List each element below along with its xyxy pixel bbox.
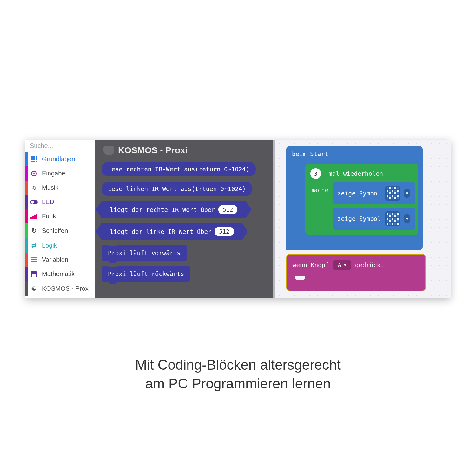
category-musik[interactable]: ♫ Musik bbox=[25, 181, 95, 195]
block-label: wenn Knopf bbox=[293, 261, 329, 268]
on-start-block[interactable]: beim Start 3 -mal wiederholen mache zeig… bbox=[286, 146, 423, 250]
category-mathematik[interactable]: Mathematik bbox=[25, 267, 95, 281]
robot-icon: ☯ bbox=[30, 285, 38, 292]
palette-title: KOSMOS - Proxi bbox=[118, 145, 188, 155]
headphones-icon: ♫ bbox=[30, 184, 38, 191]
block-label: liegt der linke IR-Wert über bbox=[110, 228, 211, 235]
robot-icon bbox=[103, 146, 114, 155]
block-cond-right-ir[interactable]: liegt der rechte IR-Wert über 512 bbox=[102, 201, 246, 218]
shuffle-icon: ⇄ bbox=[30, 241, 38, 249]
signal-bars-icon bbox=[30, 214, 38, 219]
category-label: KOSMOS - Proxi bbox=[42, 285, 90, 292]
led-pattern-icon bbox=[385, 211, 400, 226]
category-label: Variablen bbox=[42, 256, 68, 263]
block-label: zeige Symbol bbox=[337, 190, 381, 197]
category-label: Schleifen bbox=[42, 227, 68, 235]
button-value: A bbox=[338, 261, 341, 268]
block-label: beim Start bbox=[292, 150, 328, 157]
category-led[interactable]: LED bbox=[25, 195, 95, 209]
block-label: gedrückt bbox=[355, 261, 384, 268]
loop-count-input[interactable]: 3 bbox=[310, 168, 321, 179]
block-proxi-forward[interactable]: Proxi läuft vorwärts bbox=[102, 245, 187, 261]
block-cond-left-ir[interactable]: liegt der linke IR-Wert über 512 bbox=[102, 223, 242, 240]
show-symbol-block[interactable]: zeige Symbol ▼ bbox=[333, 208, 415, 230]
category-label: Eingabe bbox=[42, 170, 65, 177]
on-start-header: beim Start bbox=[286, 146, 423, 164]
block-proxi-backward[interactable]: Proxi läuft rückwärts bbox=[102, 266, 190, 282]
chevron-down-icon: ▼ bbox=[344, 263, 346, 267]
target-icon bbox=[30, 171, 38, 176]
block-palette: KOSMOS - Proxi Lese rechten IR-Wert aus(… bbox=[95, 140, 273, 298]
threshold-value[interactable]: 512 bbox=[215, 227, 234, 236]
category-kosmos-proxi[interactable]: ☯ KOSMOS - Proxi bbox=[25, 281, 95, 296]
block-label: Lese rechten IR-Wert aus(return 0~1024) bbox=[108, 166, 249, 173]
category-sidebar: ⌕ Grundlagen Eingabe ♫ Musik LED Funk ↻ … bbox=[25, 140, 95, 298]
loop-do-label: mache bbox=[310, 182, 328, 230]
block-label: liegt der rechte IR-Wert über bbox=[110, 206, 215, 213]
category-schleifen[interactable]: ↻ Schleifen bbox=[25, 223, 95, 238]
toggle-icon bbox=[30, 200, 38, 204]
block-label: Lese linken IR-Wert aus(trtuen 0~1024) bbox=[108, 185, 246, 192]
marketing-caption: Mit Coding-Blöcken altersgerecht am PC P… bbox=[0, 355, 476, 393]
on-start-body: 3 -mal wiederholen mache zeige Symbol bbox=[286, 164, 423, 250]
category-label: Logik bbox=[42, 242, 57, 249]
editor-screenshot: ⌕ Grundlagen Eingabe ♫ Musik LED Funk ↻ … bbox=[25, 140, 451, 298]
block-read-left-ir[interactable]: Lese linken IR-Wert aus(trtuen 0~1024) bbox=[102, 182, 252, 196]
palette-header: KOSMOS - Proxi bbox=[102, 143, 267, 157]
block-label: -mal wiederholen bbox=[325, 170, 383, 177]
category-label: Mathematik bbox=[42, 270, 75, 278]
refresh-icon: ↻ bbox=[30, 227, 38, 235]
caption-line: am PC Programmieren lernen bbox=[0, 374, 476, 393]
chevron-down-icon[interactable]: ▼ bbox=[404, 214, 409, 223]
block-label: zeige Symbol bbox=[337, 215, 381, 222]
category-label: Funk bbox=[42, 213, 56, 220]
category-label: Musik bbox=[42, 184, 58, 191]
category-label: LED bbox=[42, 198, 54, 206]
list-icon bbox=[30, 257, 38, 262]
chevron-down-icon[interactable]: ▼ bbox=[404, 189, 409, 198]
calculator-icon bbox=[30, 271, 38, 277]
block-label: Proxi läuft rückwärts bbox=[108, 270, 184, 277]
grid-icon bbox=[30, 156, 38, 162]
repeat-loop-block[interactable]: 3 -mal wiederholen mache zeige Symbol bbox=[305, 164, 418, 235]
led-pattern-icon bbox=[385, 186, 400, 201]
show-symbol-block[interactable]: zeige Symbol ▼ bbox=[333, 182, 415, 204]
category-eingabe[interactable]: Eingabe bbox=[25, 166, 95, 181]
button-select[interactable]: A ▼ bbox=[333, 260, 351, 270]
caption-line: Mit Coding-Blöcken altersgerecht bbox=[0, 355, 476, 374]
category-variablen[interactable]: Variablen bbox=[25, 253, 95, 267]
category-label: Grundlagen bbox=[42, 155, 75, 163]
event-body bbox=[286, 276, 426, 291]
threshold-value[interactable]: 512 bbox=[218, 205, 238, 214]
category-funk[interactable]: Funk bbox=[25, 209, 95, 223]
block-label: Proxi läuft vorwärts bbox=[108, 249, 181, 256]
on-button-pressed-block[interactable]: wenn Knopf A ▼ gedrückt bbox=[286, 254, 426, 291]
workspace-canvas[interactable]: beim Start 3 -mal wiederholen mache zeig… bbox=[273, 140, 451, 298]
category-grundlagen[interactable]: Grundlagen bbox=[25, 152, 95, 166]
block-read-right-ir[interactable]: Lese rechten IR-Wert aus(return 0~1024) bbox=[102, 162, 256, 176]
search-row: ⌕ bbox=[25, 140, 95, 152]
category-logik[interactable]: ⇄ Logik bbox=[25, 238, 95, 253]
